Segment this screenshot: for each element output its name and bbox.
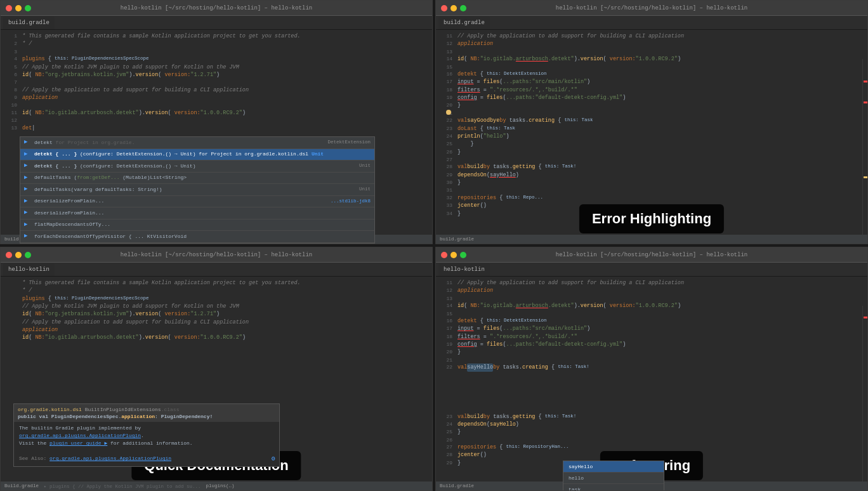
maximize-button[interactable] <box>25 5 31 11</box>
minimize-button-doc[interactable] <box>15 252 22 258</box>
tab-bar-error: build.gradle <box>436 16 867 30</box>
overlay-label-error: Error Highlighting <box>579 204 724 233</box>
code-line: 17 input = files(...paths: "src/main/kot… <box>440 78 864 86</box>
code-line: 11 // Apply the application to add suppo… <box>440 279 864 287</box>
titlebar-documentation: hello-kotlin [~/src/hosting/hello-kotlin… <box>1 247 432 263</box>
traffic-lights-refactoring <box>441 252 466 258</box>
code-line: 26} <box>440 148 864 156</box>
code-line: 13det| <box>4 124 428 132</box>
panel-refactoring: hello-kotlin [~/src/hosting/hello-kotlin… <box>435 247 868 491</box>
tab-bar-documentation: hello-kotlin <box>1 263 432 277</box>
code-line: 20} <box>440 348 864 356</box>
code-line: 15 <box>440 310 864 318</box>
code-line: id( NB: "org.jetbrains.kotlin.jvm").vers… <box>4 310 428 318</box>
code-line: 24 dependsOn(sayHello) <box>440 421 864 428</box>
code-line: 17 input = files(...paths: "src/main/kot… <box>440 325 864 332</box>
code-line: id( NB: "io.gitlab.arturbosch.detekt").v… <box>4 334 428 341</box>
code-line: 12 application <box>440 40 864 48</box>
code-line: 5 // Apply the Kotlin JVM plugin to add … <box>4 63 428 71</box>
ac-item[interactable]: ▶ deserializeFromPlain... <box>20 207 374 219</box>
code-line: // Apply the application to add support … <box>4 318 428 326</box>
minimize-button-ref[interactable] <box>450 252 457 258</box>
refactor-item-hello[interactable]: hello <box>563 473 664 484</box>
close-button-ref[interactable] <box>441 252 447 258</box>
status-bar-error: build.gradle <box>436 235 867 244</box>
titlebar-completion: hello-kotlin [~/src/hosting/hello-kotlin… <box>1 1 432 16</box>
minimize-button-error[interactable] <box>450 5 457 11</box>
ac-item[interactable]: ▶ defaultTasks(vararg defaultTasks: Stri… <box>20 184 374 196</box>
code-line: 25} <box>440 428 864 436</box>
ac-item-selected[interactable]: ▶ detekt { ... } (configure: DetektExten… <box>20 149 374 161</box>
code-line: 29 dependsOn(sayHello) <box>440 171 864 179</box>
code-line: 27repositories { this: RepositoryHan... <box>440 443 864 451</box>
window-title-error: hello-kotlin [~/src/hosting/hello-kotlin… <box>556 5 747 11</box>
code-line: 21 <box>440 110 864 117</box>
tab-build-gradle-ref[interactable]: hello-kotlin <box>438 263 490 276</box>
tab-build-gradle-doc[interactable]: hello-kotlin <box>3 263 55 276</box>
ac-item[interactable]: ▶ detekt for Project in org.gradle. Dete… <box>20 137 374 149</box>
code-line: 9 application <box>4 94 428 101</box>
ac-item[interactable]: ▶ flatMapDescendantsOfTy... <box>20 219 374 232</box>
code-line: 23val build by tasks.getting { this: Tas… <box>440 413 864 421</box>
refactoring-popup[interactable]: sayHello hello task Press ⇧F6 to show di… <box>563 461 664 490</box>
close-button[interactable] <box>6 5 12 11</box>
tab-bar-refactoring: hello-kotlin <box>436 263 867 277</box>
tab-build-gradle-error[interactable]: build.gradle <box>438 16 490 29</box>
doc-link-2[interactable]: plugin user guide ▶ <box>49 440 107 446</box>
settings-icon[interactable]: ⚙ <box>272 454 275 464</box>
code-line: 26 <box>440 436 864 444</box>
refactor-item-task[interactable]: task <box>563 484 664 490</box>
code-line: 3 <box>4 48 428 56</box>
code-line: 27 <box>440 156 864 164</box>
ac-item[interactable]: ▶ defaultTasks (from:getDef... (Mutable)… <box>20 173 374 185</box>
code-line: plugins { this: PluginDependenciesSpecSc… <box>4 295 428 303</box>
code-line: 18 filters = ".*resources/.*,.*build/.*" <box>440 86 864 94</box>
code-line: 30} <box>440 179 864 187</box>
titlebar-refactoring: hello-kotlin [~/src/hosting/hello-kotlin… <box>436 247 867 263</box>
code-line: 31 <box>440 187 864 194</box>
maximize-button-error[interactable] <box>460 5 466 11</box>
code-line: 4plugins { this: PluginDependenciesSpecS… <box>4 55 428 63</box>
window-title-completion: hello-kotlin [~/src/hosting/hello-kotlin… <box>121 5 312 11</box>
code-line: 19 config = files(...paths: "default-det… <box>440 94 864 101</box>
code-line: 8 // Apply the application to add suppor… <box>4 86 428 94</box>
panel-quick-documentation: hello-kotlin [~/src/hosting/hello-kotlin… <box>0 247 433 491</box>
code-line: 13 <box>440 48 864 56</box>
maximize-button-ref[interactable] <box>460 252 466 258</box>
doc-body: The builtin Gradle plugin implemented by… <box>19 424 274 462</box>
code-line: 22val sayHello by tasks.creating { this:… <box>440 363 864 371</box>
code-line: application <box>4 326 428 334</box>
doc-link-3[interactable]: org.gradle.api.plugins.ApplicationPlugin <box>49 455 171 461</box>
ac-item[interactable]: ▶ forEachDescendantOfTypeVisitor { ... K… <box>20 231 374 243</box>
maximize-button-doc[interactable] <box>25 252 31 258</box>
code-line: 24 println("hello") <box>440 133 864 140</box>
close-button-error[interactable] <box>441 5 447 11</box>
code-line: * / <box>4 287 428 294</box>
code-line: 14 id( NB: "io.gitlab.arturbosch.detekt"… <box>440 55 864 63</box>
code-line: 19 config = files(...paths: "default-det… <box>440 341 864 348</box>
ac-item[interactable]: ▶ detekt { ... } (configure: DetektExten… <box>20 160 374 173</box>
code-area-completion: 1* This generated file contains a sample… <box>1 30 432 244</box>
traffic-lights-documentation <box>6 252 31 258</box>
traffic-lights-error <box>441 5 466 11</box>
code-line: 15 <box>440 63 864 71</box>
code-area-documentation: * This generated file contains a sample … <box>1 277 432 490</box>
doc-link-1[interactable]: org.gradle.api.plugins.ApplicationPlugin <box>19 433 141 438</box>
panel-code-completion: hello-kotlin [~/src/hosting/hello-kotlin… <box>0 0 433 244</box>
code-line: 28val build by tasks.getting { this: Tas… <box>440 163 864 171</box>
code-line: 20} <box>440 101 864 109</box>
refactor-item-sayhello[interactable]: sayHello <box>563 461 664 473</box>
minimize-button[interactable] <box>15 5 22 11</box>
code-line: 12 <box>4 117 428 124</box>
code-line: 11 // Apply the application to add suppo… <box>440 32 864 40</box>
tab-build-gradle-completion[interactable]: build.gradle <box>3 16 55 29</box>
code-line: 16detekt { this: DetektExtension <box>440 70 864 78</box>
code-line: 22val sayGoodbye by tasks.creating { thi… <box>440 117 864 124</box>
status-bar-documentation: Build.gradle ▸ plugins { // Apply the Ko… <box>1 481 432 490</box>
ac-item[interactable]: ▶ deserializeFromPlain... ...stdlib-jdk8 <box>20 196 374 208</box>
code-line: 1* This generated file contains a sample… <box>4 32 428 40</box>
code-line: 6 id( NB: "org.jetbrains.kotlin.jvm").ve… <box>4 71 428 79</box>
autocomplete-popup[interactable]: ▶ detekt for Project in org.gradle. Dete… <box>20 136 375 244</box>
code-line: // Apply the Kotlin JVM plugin to add su… <box>4 303 428 310</box>
close-button-doc[interactable] <box>6 252 12 258</box>
